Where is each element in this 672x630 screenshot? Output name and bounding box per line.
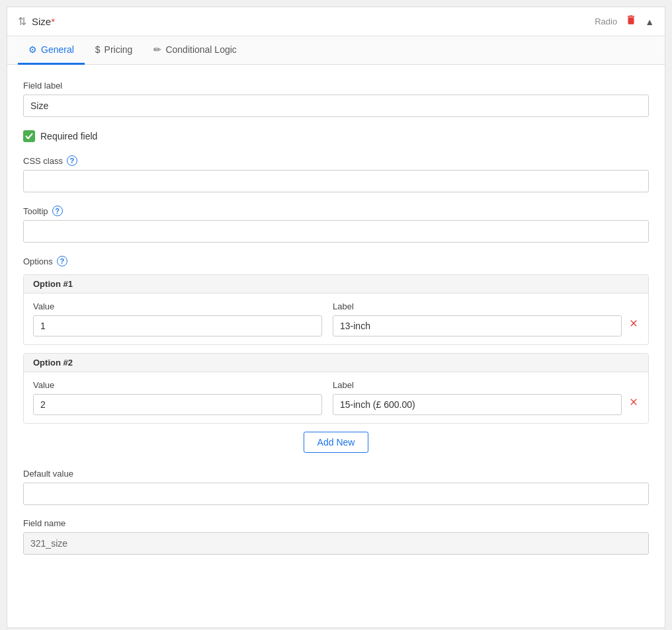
header-right: Radio ▲ xyxy=(595,14,654,29)
header-left: ⇅ Size* xyxy=(18,15,55,28)
tab-pricing[interactable]: $ Pricing xyxy=(85,36,144,65)
option-1-value-label: Value xyxy=(33,301,322,311)
option-1-label-input[interactable] xyxy=(333,315,622,336)
tab-conditional-logic[interactable]: ✏ Conditional Logic xyxy=(143,36,247,65)
tooltip-input[interactable] xyxy=(23,220,649,243)
pricing-tab-icon: $ xyxy=(95,44,101,55)
field-editor-panel: ⇅ Size* Radio ▲ ⚙ General $ Pricing ✏ Co… xyxy=(7,7,665,628)
option-2-label-input[interactable] xyxy=(333,394,622,415)
required-field-checkbox[interactable] xyxy=(23,130,35,142)
option-1-header: Option #1 xyxy=(24,275,648,294)
option-1-label-group: Label xyxy=(333,301,622,336)
tabs-bar: ⚙ General $ Pricing ✏ Conditional Logic xyxy=(7,36,665,65)
option-2-value-label: Value xyxy=(33,380,322,390)
css-class-tooltip-icon[interactable]: ? xyxy=(67,155,77,166)
option-2-value-input[interactable] xyxy=(33,394,322,415)
css-class-label-row: CSS class ? xyxy=(23,155,649,166)
tooltip-label-row: Tooltip ? xyxy=(23,206,649,216)
tab-pricing-label: Pricing xyxy=(105,44,133,55)
general-tab-icon: ⚙ xyxy=(28,44,37,55)
field-title: Size* xyxy=(32,16,55,27)
css-class-input[interactable] xyxy=(23,170,649,192)
add-new-button[interactable]: Add New xyxy=(304,432,369,453)
field-name-input[interactable] xyxy=(23,532,649,555)
default-value-group: Default value xyxy=(23,469,649,505)
options-label: Options xyxy=(23,256,53,266)
option-1-delete-icon[interactable] xyxy=(628,318,639,336)
tooltip-label: Tooltip xyxy=(23,206,48,216)
delete-field-icon[interactable] xyxy=(625,14,637,29)
default-value-label: Default value xyxy=(23,469,649,479)
panel-header: ⇅ Size* Radio ▲ xyxy=(7,7,665,36)
css-class-label: CSS class xyxy=(23,156,63,166)
option-1-fields: Value Label xyxy=(24,294,648,344)
option-1-value-input[interactable] xyxy=(33,315,322,336)
css-class-group: CSS class ? xyxy=(23,155,649,192)
options-label-row: Options ? xyxy=(23,256,649,266)
field-label-label: Field label xyxy=(23,81,649,91)
field-name-label: Field name xyxy=(23,518,649,528)
field-label-input[interactable] xyxy=(23,95,649,117)
option-2-label-group: Label xyxy=(333,380,622,415)
tooltip-group: Tooltip ? xyxy=(23,206,649,243)
tab-conditional-label: Conditional Logic xyxy=(165,44,236,55)
options-tooltip-icon[interactable]: ? xyxy=(57,256,67,266)
sort-icon[interactable]: ⇅ xyxy=(18,15,26,28)
option-1-value-group: Value xyxy=(33,301,322,336)
collapse-icon[interactable]: ▲ xyxy=(645,17,654,27)
required-star: * xyxy=(51,16,55,27)
conditional-tab-icon: ✏ xyxy=(153,44,161,55)
field-name-group: Field name xyxy=(23,518,649,555)
required-field-label: Required field xyxy=(40,131,97,141)
tab-general[interactable]: ⚙ General xyxy=(18,36,85,65)
panel-body: Field label Required field CSS class ? T… xyxy=(7,65,665,584)
option-2-delete-icon[interactable] xyxy=(628,397,639,415)
option-2-header: Option #2 xyxy=(24,354,648,372)
option-2-block: Option #2 Value Label xyxy=(23,353,649,424)
option-1-label-label: Label xyxy=(333,301,622,311)
required-field-row: Required field xyxy=(23,130,649,142)
field-label-group: Field label xyxy=(23,81,649,117)
field-type-label: Radio xyxy=(595,17,617,26)
option-2-fields: Value Label xyxy=(24,372,648,423)
tab-general-label: General xyxy=(41,44,74,55)
default-value-input[interactable] xyxy=(23,483,649,505)
option-2-label-label: Label xyxy=(333,380,622,390)
options-section: Options ? Option #1 Value Label xyxy=(23,256,649,453)
option-1-block: Option #1 Value Label xyxy=(23,274,649,345)
tooltip-tooltip-icon[interactable]: ? xyxy=(52,206,63,216)
option-2-value-group: Value xyxy=(33,380,322,415)
